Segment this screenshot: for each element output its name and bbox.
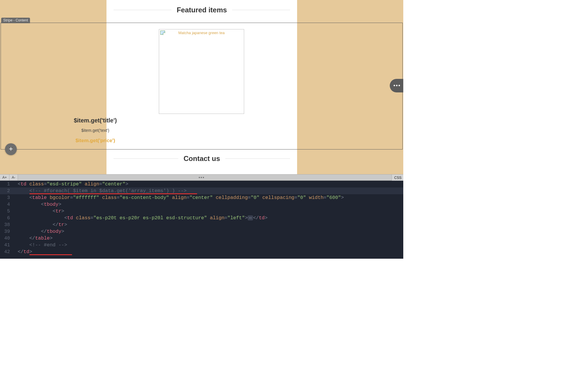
code-line[interactable]: 5 <tr> — [0, 208, 403, 215]
featured-heading: Featured items — [171, 6, 232, 14]
divider — [232, 10, 290, 10]
add-structure-button[interactable]: + — [5, 143, 17, 155]
line-number: 39 — [0, 228, 12, 235]
line-number: 40 — [0, 235, 12, 242]
line-number: 42 — [0, 248, 12, 255]
annotation-underline — [29, 193, 197, 194]
featured-heading-row: Featured items — [114, 6, 290, 14]
code-line[interactable]: 40 </table> — [0, 235, 403, 242]
code-line[interactable]: 39 </tbody> — [0, 228, 403, 235]
divider — [225, 158, 290, 159]
contact-heading: Contact us — [178, 155, 225, 163]
line-number: 41 — [0, 242, 12, 248]
line-number: 1 — [0, 181, 12, 187]
line-number: 4 — [0, 201, 12, 208]
line-number: 3 — [0, 194, 12, 201]
css-tab-button[interactable]: CSS — [392, 175, 403, 181]
divider — [114, 10, 171, 10]
product-image-placeholder[interactable]: Matcha japanese green tea — [159, 29, 244, 114]
code-editor[interactable]: 1 <td class="esd-stripe" align="center">… — [0, 181, 403, 259]
annotation-underline — [29, 254, 72, 255]
more-actions-button[interactable]: ••• — [390, 79, 403, 92]
font-decrease-button[interactable]: A- — [9, 175, 18, 180]
stripe-selection-tag[interactable]: Stripe - Content — [1, 18, 30, 23]
contact-heading-row: Contact us — [114, 155, 290, 163]
code-line[interactable]: 3 <table bgcolor="#ffffff" class="es-con… — [0, 194, 403, 201]
line-number: 5 — [0, 208, 12, 215]
product-price: $item.get('price') — [0, 138, 191, 144]
line-number: 38 — [0, 221, 12, 228]
code-line[interactable]: 38 </tr> — [0, 221, 403, 228]
code-line[interactable]: 1 <td class="esd-stripe" align="center"> — [0, 181, 403, 187]
product-text: $item.get('text') — [0, 128, 191, 133]
code-line[interactable]: 4 <tbody> — [0, 201, 403, 208]
code-line[interactable]: 6 <td class="es-p20t es-p20r es-p20l esd… — [0, 215, 403, 221]
product-image-alt: Matcha japanese green tea — [159, 31, 244, 35]
folded-region[interactable]: ↔ — [248, 215, 253, 220]
code-line[interactable]: 41 <!-- #end --> — [0, 242, 403, 248]
email-preview-pane: Featured items Contact us Matcha japanes… — [0, 0, 403, 174]
line-number: 6 — [0, 215, 12, 221]
divider — [114, 158, 178, 159]
drag-handle-icon[interactable]: ••• — [199, 175, 205, 180]
panel-resize-bar[interactable]: A+ A- ••• CSS — [0, 174, 403, 181]
line-number: 2 — [0, 187, 12, 194]
product-title: $item.get('title') — [0, 117, 191, 124]
font-increase-button[interactable]: A+ — [0, 175, 9, 180]
